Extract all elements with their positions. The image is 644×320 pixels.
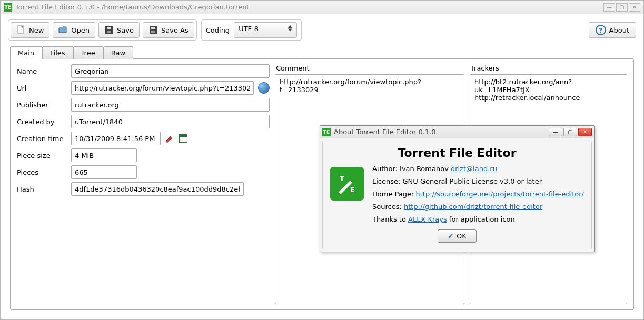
dialog-window-controls: — ▢ ✕ xyxy=(549,128,592,136)
dialog-body: Torrent File Editor TE Author: Ivan Roma… xyxy=(322,141,592,249)
url-label: Url xyxy=(17,84,67,92)
about-dialog: TE About Torrent File Editor 0.1.0 — ▢ ✕… xyxy=(320,125,595,252)
app-icon: TE xyxy=(4,3,12,12)
dialog-titlebar: TE About Torrent File Editor 0.1.0 — ▢ ✕ xyxy=(320,126,594,138)
about-info: Author: Ivan Romanov drizt@land.ru Licen… xyxy=(372,165,584,223)
name-field[interactable] xyxy=(71,64,270,78)
tabs: Main Files Tree Raw xyxy=(1,46,643,58)
globe-icon[interactable] xyxy=(258,82,270,94)
author-email-link[interactable]: drizt@land.ru xyxy=(451,165,497,173)
tab-files[interactable]: Files xyxy=(42,46,73,59)
dialog-minimize-button[interactable]: — xyxy=(549,128,562,136)
pieces-field[interactable] xyxy=(71,165,137,179)
dialog-close-button[interactable]: ✕ xyxy=(578,128,592,136)
open-folder-icon xyxy=(58,25,68,35)
help-icon: ? xyxy=(596,25,606,35)
file-actions-group: New Open Save Save As xyxy=(8,19,197,41)
svg-text:T: T xyxy=(340,174,344,182)
url-field[interactable] xyxy=(71,81,254,95)
svg-rect-3 xyxy=(107,31,111,33)
about-heading: Torrent File Editor xyxy=(330,146,584,159)
about-label: About xyxy=(609,26,629,34)
minimize-button[interactable]: — xyxy=(603,3,615,12)
saveas-label: Save As xyxy=(161,26,189,34)
about-sources-line: Sources: http://github.com/drizt/torrent… xyxy=(372,203,584,211)
ok-button[interactable]: ✔ OK xyxy=(438,229,477,243)
close-button[interactable]: ✕ xyxy=(629,3,640,12)
about-license: License: GNU General Public License v3.0… xyxy=(372,177,584,185)
tab-tree[interactable]: Tree xyxy=(73,46,103,59)
save-icon xyxy=(104,25,114,35)
sources-link[interactable]: http://github.com/drizt/torrent-file-edi… xyxy=(404,203,542,211)
main-form: Name Url Publisher Created by Creation t… xyxy=(17,64,270,304)
toolbar: New Open Save Save As Co xyxy=(1,14,643,45)
about-author-line: Author: Ivan Romanov drizt@land.ru xyxy=(372,165,584,173)
homepage-link[interactable]: http://sourceforge.net/projects/torrent-… xyxy=(416,190,584,198)
publisher-field[interactable] xyxy=(71,98,270,112)
thanks-link[interactable]: ALEX Krays xyxy=(408,215,447,223)
dialog-maximize-button[interactable]: ▢ xyxy=(563,128,577,136)
app-logo-icon: TE xyxy=(330,167,364,201)
coding-value: UTF-8 xyxy=(239,25,259,33)
save-label: Save xyxy=(117,26,134,34)
about-thanks-line: Thanks to ALEX Krays for application ico… xyxy=(372,215,584,223)
name-label: Name xyxy=(17,67,67,75)
creation-field[interactable] xyxy=(71,132,161,145)
window-title: Torrent File Editor 0.1.0 - /home/taurus… xyxy=(15,3,603,11)
coding-group: Coding UTF-8 xyxy=(201,19,302,41)
hash-label: Hash xyxy=(17,185,67,193)
save-button[interactable]: Save xyxy=(98,22,140,38)
window-controls: — ▢ ✕ xyxy=(603,3,640,12)
creation-label: Creation time xyxy=(17,135,67,143)
about-button[interactable]: ? About xyxy=(589,22,636,38)
tab-main[interactable]: Main xyxy=(10,46,42,59)
coding-select[interactable]: UTF-8 xyxy=(234,22,297,38)
piecesize-field[interactable] xyxy=(71,148,137,162)
new-file-icon xyxy=(16,25,26,35)
svg-rect-6 xyxy=(151,31,155,33)
open-button[interactable]: Open xyxy=(53,22,95,38)
dialog-app-icon: TE xyxy=(322,128,331,136)
piecesize-label: Piece size xyxy=(17,152,67,159)
svg-rect-5 xyxy=(151,27,155,29)
new-label: New xyxy=(29,26,44,34)
maximize-button[interactable]: ▢ xyxy=(616,3,628,12)
trackers-label: Trackers xyxy=(470,64,627,72)
hash-field[interactable] xyxy=(71,182,244,196)
comment-label: Comment xyxy=(275,64,464,72)
tab-raw[interactable]: Raw xyxy=(103,46,133,59)
createdby-field[interactable] xyxy=(71,115,270,128)
pieces-label: Pieces xyxy=(17,168,67,176)
coding-label: Coding xyxy=(206,26,230,34)
titlebar: TE Torrent File Editor 0.1.0 - /home/tau… xyxy=(1,1,643,14)
saveas-button[interactable]: Save As xyxy=(143,22,194,38)
svg-text:E: E xyxy=(350,186,355,194)
calendar-icon[interactable] xyxy=(179,134,188,143)
open-label: Open xyxy=(71,26,90,34)
createdby-label: Created by xyxy=(17,118,67,126)
publisher-label: Publisher xyxy=(17,101,67,109)
ok-label: OK xyxy=(457,232,467,240)
about-homepage-line: Home Page: http://sourceforge.net/projec… xyxy=(372,190,584,198)
clear-date-icon[interactable] xyxy=(165,134,174,143)
saveas-icon xyxy=(148,25,158,35)
svg-rect-2 xyxy=(107,27,111,29)
check-icon: ✔ xyxy=(448,232,453,240)
new-button[interactable]: New xyxy=(11,22,49,38)
dialog-title: About Torrent File Editor 0.1.0 xyxy=(334,128,549,136)
